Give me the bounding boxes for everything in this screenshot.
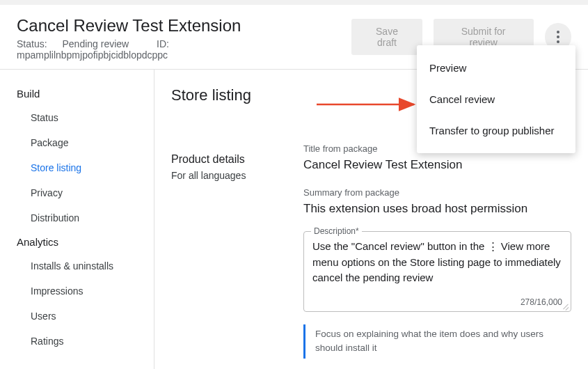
sidebar-item-privacy[interactable]: Privacy bbox=[0, 180, 154, 205]
description-textarea[interactable] bbox=[312, 239, 562, 293]
save-draft-button[interactable]: Save draft bbox=[351, 19, 422, 55]
sidebar-item-package[interactable]: Package bbox=[0, 130, 154, 155]
more-options-menu: Preview Cancel review Transfer to group … bbox=[417, 45, 575, 153]
sidebar-item-distribution[interactable]: Distribution bbox=[0, 205, 154, 230]
title-from-package-value: Cancel Review Test Extension bbox=[303, 158, 571, 172]
product-details-sub: For all languages bbox=[171, 170, 303, 181]
description-hint: Focus on explaining what the item does a… bbox=[303, 324, 561, 359]
sidebar-item-impressions[interactable]: Impressions bbox=[0, 278, 154, 304]
sidebar-item-users[interactable]: Users bbox=[0, 304, 154, 329]
header-subtitle: Status: Pending review ID: mpamplilnbpmj… bbox=[17, 38, 351, 61]
description-label: Description* bbox=[311, 226, 362, 236]
vertical-dots-icon bbox=[557, 31, 559, 43]
section-title: Store listing bbox=[171, 86, 303, 104]
sidebar: Build Status Package Store listing Priva… bbox=[0, 70, 154, 369]
sidebar-item-store-listing[interactable]: Store listing bbox=[0, 155, 154, 180]
description-counter: 278/16,000 bbox=[312, 297, 562, 307]
sidebar-item-installs[interactable]: Installs & uninstalls bbox=[0, 253, 154, 278]
description-fieldset: Description* 278/16,000 bbox=[303, 231, 571, 312]
resize-handle-icon[interactable] bbox=[562, 302, 569, 309]
summary-label: Summary from package bbox=[303, 187, 571, 198]
page-title: Cancel Review Test Extension bbox=[17, 16, 351, 36]
product-details-heading: Product details bbox=[171, 153, 303, 166]
menu-item-preview[interactable]: Preview bbox=[417, 52, 575, 84]
sidebar-group-build: Build bbox=[0, 82, 154, 105]
sidebar-item-status[interactable]: Status bbox=[0, 105, 154, 130]
sidebar-item-ratings[interactable]: Ratings bbox=[0, 329, 154, 354]
menu-item-cancel-review[interactable]: Cancel review bbox=[417, 84, 575, 115]
summary-value: This extension uses broad host permissio… bbox=[303, 202, 571, 216]
sidebar-group-analytics: Analytics bbox=[0, 230, 154, 253]
menu-item-transfer[interactable]: Transfer to group publisher bbox=[417, 115, 575, 146]
annotation-arrow-icon bbox=[317, 97, 421, 111]
